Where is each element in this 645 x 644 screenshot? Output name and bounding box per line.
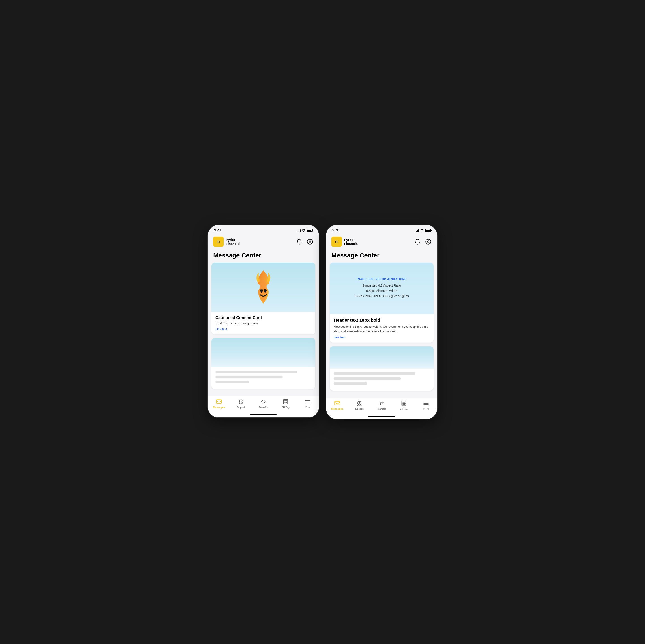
skeleton-card-left-2 (211, 338, 315, 389)
profile-icon-right[interactable] (425, 238, 432, 245)
logo-text-right: PyriteFinancial (344, 238, 359, 246)
signal-icon-right (415, 229, 419, 232)
tab-label-billpay-left: Bill Pay (281, 406, 290, 408)
skeleton-line-2 (215, 376, 283, 378)
tab-transfer-left[interactable]: Transfer (255, 399, 271, 408)
deposit-icon-left (238, 399, 244, 405)
home-indicator-left (208, 413, 319, 417)
tab-deposit-right[interactable]: Deposit (352, 400, 367, 410)
card-link-right-1[interactable]: Link text (334, 336, 430, 339)
image-rec-text: Suggested 4:3 Aspect Ratio 600px Minimum… (354, 283, 409, 299)
status-bar-right: 9:41 (326, 225, 437, 234)
tab-label-messages-left: Messages (213, 406, 225, 408)
tab-messages-right[interactable]: Messages (330, 400, 345, 410)
tab-transfer-right[interactable]: Transfer (374, 400, 390, 410)
tab-billpay-right[interactable]: Bill Pay (396, 400, 412, 410)
card-message-right-1: Message text is 13px, regular weight. We… (334, 325, 430, 333)
tab-bar-left: Messages Deposit (208, 396, 319, 413)
app-header-left: ⊡ PyriteFinancial (208, 234, 319, 250)
tab-label-transfer-right: Transfer (377, 407, 386, 410)
status-time-right: 9:41 (333, 228, 340, 233)
profile-icon-left[interactable] (306, 238, 313, 245)
svg-point-0 (303, 231, 304, 232)
app-header-right: ⊡ PyriteFinancial (326, 234, 437, 250)
content-card-left-1: Captioned Content Card Hey! This is the … (211, 263, 315, 334)
image-rec-title: IMAGE SIZE RECOMMENDATIONS (357, 278, 407, 281)
svg-point-12 (426, 239, 431, 244)
skeleton-image-right-2 (330, 346, 434, 369)
more-icon-left (304, 399, 311, 405)
skeleton-card-right-2 (330, 346, 434, 391)
deposit-icon-right (356, 400, 363, 406)
home-indicator-right (326, 414, 437, 419)
skeleton-line-1 (215, 371, 297, 373)
tab-billpay-left[interactable]: Bill Pay (278, 399, 293, 408)
card-link-left-1[interactable]: Link text (215, 327, 311, 331)
home-bar-right (368, 416, 395, 417)
phone-left: 9:41 (207, 225, 319, 418)
messages-icon-left (216, 399, 222, 405)
status-bar-left: 9:41 (208, 225, 319, 234)
transfer-icon-right (379, 400, 385, 406)
logo-area-left: ⊡ PyriteFinancial (213, 237, 240, 247)
logo-box-left: ⊡ (213, 237, 223, 247)
scroll-content-right: IMAGE SIZE RECOMMENDATIONS Suggested 4:3… (326, 263, 437, 398)
flame-illustration (249, 268, 278, 306)
header-icons-left (295, 238, 313, 245)
logo-box-right: ⊡ (332, 237, 342, 247)
tab-label-transfer-left: Transfer (259, 406, 268, 408)
skeleton-image-left-2 (211, 338, 315, 367)
wifi-icon-left (302, 229, 305, 232)
more-icon-right (423, 400, 429, 406)
image-rec-banner-right: IMAGE SIZE RECOMMENDATIONS Suggested 4:3… (330, 263, 434, 314)
home-bar-left (250, 414, 277, 415)
tab-deposit-left[interactable]: Deposit (233, 399, 249, 408)
wifi-icon-right (420, 229, 424, 232)
card-title-right-1: Header text 18px bold (334, 318, 430, 323)
tab-label-messages-right: Messages (331, 407, 343, 410)
header-icons-right (414, 238, 432, 245)
status-icons-right (415, 229, 431, 232)
tab-bar-right: Messages Deposit (326, 398, 437, 414)
tab-label-billpay-right: Bill Pay (400, 407, 408, 410)
card-body-right-1: Header text 18px bold Message text is 13… (330, 314, 434, 343)
card-body-left-1: Captioned Content Card Hey! This is the … (211, 312, 315, 334)
skeleton-line-r2 (334, 377, 401, 380)
svg-point-1 (307, 239, 312, 244)
tab-more-right[interactable]: More (418, 400, 434, 410)
tab-messages-left[interactable]: Messages (211, 399, 227, 408)
logo-area-right: ⊡ PyriteFinancial (332, 237, 359, 247)
skeleton-line-r3 (334, 382, 367, 385)
phones-container: 9:41 (207, 225, 438, 419)
image-rec-card-right-1: IMAGE SIZE RECOMMENDATIONS Suggested 4:3… (330, 263, 434, 343)
notification-icon-left[interactable] (295, 238, 303, 245)
signal-icon-left (296, 229, 300, 232)
page-title-right: Message Center (326, 250, 437, 263)
phone-right: 9:41 (326, 225, 438, 419)
scroll-content-left: Captioned Content Card Hey! This is the … (208, 263, 319, 396)
messages-icon-right (334, 400, 341, 406)
notification-icon-right[interactable] (414, 238, 421, 245)
svg-rect-13 (335, 401, 340, 405)
card-image-left-1 (211, 263, 315, 312)
tab-label-more-left: More (305, 406, 310, 408)
transfer-icon-left (260, 399, 266, 405)
billpay-icon-right (401, 400, 407, 406)
tab-more-left[interactable]: More (300, 399, 315, 408)
svg-point-11 (422, 231, 422, 232)
battery-icon-right (425, 229, 431, 232)
tab-label-deposit-right: Deposit (355, 407, 364, 410)
card-message-left-1: Hey! This is the message area. (215, 321, 311, 325)
page-title-left: Message Center (208, 250, 319, 263)
svg-rect-2 (216, 400, 221, 403)
status-icons-left (296, 229, 312, 232)
tab-label-deposit-left: Deposit (237, 406, 245, 408)
skeleton-line-3 (215, 380, 249, 383)
logo-text-left: PyriteFinancial (226, 238, 240, 246)
card-title-left-1: Captioned Content Card (215, 315, 311, 320)
tab-label-more-right: More (423, 407, 429, 410)
skeleton-body-left-2 (211, 367, 315, 389)
billpay-icon-left (282, 399, 289, 405)
battery-icon-left (307, 229, 312, 232)
skeleton-line-r1 (334, 372, 415, 375)
